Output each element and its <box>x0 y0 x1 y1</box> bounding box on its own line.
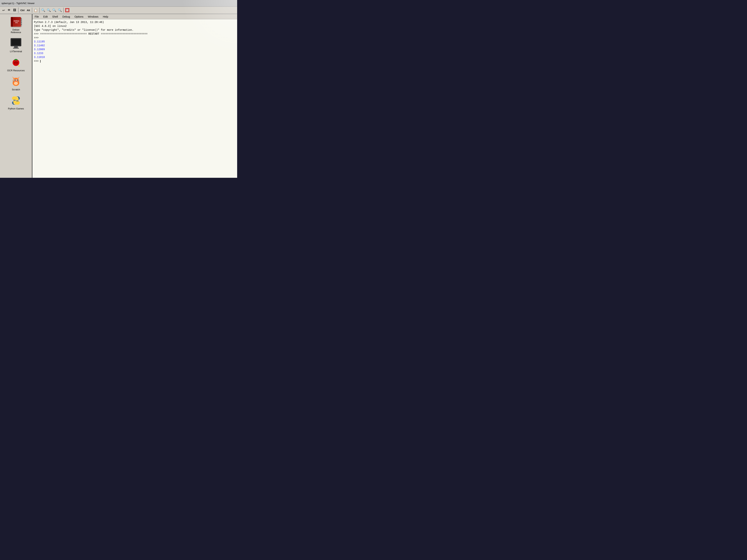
svg-rect-1 <box>66 9 69 11</box>
menu-help[interactable]: Help <box>102 15 109 19</box>
shell-line-output1: 3.11195 <box>34 40 236 44</box>
sidebar-label-python-games: Python Games <box>8 107 24 110</box>
menu-windows[interactable]: Windows <box>87 15 99 19</box>
sidebar-label-lxterminal: LXTerminal <box>10 50 22 53</box>
svg-point-36 <box>14 82 18 85</box>
toolbar-separator-2 <box>32 7 32 13</box>
svg-point-31 <box>16 81 16 81</box>
scratch-cat-icon <box>10 76 22 87</box>
svg-point-10 <box>14 63 16 64</box>
svg-point-11 <box>16 63 18 64</box>
shell-window: File Edit Shell Debug Options Windows He… <box>32 14 237 178</box>
shell-line-3: Type "copyright", "credits" or "license(… <box>34 28 236 32</box>
menu-debug[interactable]: Debug <box>62 15 71 19</box>
toolbar-zoom-out-icon[interactable]: 🔍- <box>46 8 51 12</box>
shell-line-2: [GCC 4.6.3] on linux2 <box>34 24 236 28</box>
sidebar-item-scratch[interactable]: Scratch <box>10 76 22 91</box>
menu-edit[interactable]: Edit <box>43 15 49 19</box>
sidebar-item-debian[interactable]: Debian GNU Debian Reference <box>10 16 22 34</box>
svg-point-29 <box>15 80 15 80</box>
toolbar-back-icon[interactable]: ↩ <box>1 8 6 12</box>
sidebar-item-python-games[interactable]: Python Games <box>8 95 24 110</box>
svg-point-30 <box>18 80 18 80</box>
svg-point-28 <box>17 79 18 81</box>
toolbar-separator-3 <box>39 7 40 13</box>
python-games-icon <box>10 95 22 106</box>
shell-line-output3: 3.12009 <box>34 48 236 52</box>
toolbar: ↩ 👁 🖼 Ctrl Alt 📋 🔍 🔍- 🔍 🔍 <box>0 7 237 14</box>
svg-point-39 <box>18 98 18 98</box>
menu-options[interactable]: Options <box>74 15 84 19</box>
svg-point-17 <box>17 61 17 62</box>
title-bar-text: spberrypi:1) - TightVNC Viewer <box>1 2 35 5</box>
ocr-raspberry-icon: ★ <box>10 56 22 68</box>
shell-content[interactable]: Python 2.7.3 (default, Jan 13 2013, 11:2… <box>32 19 237 178</box>
toolbar-screenshot-icon[interactable]: 🖼 <box>12 8 17 12</box>
debian-reference-icon: Debian GNU <box>10 16 22 28</box>
sidebar-item-ocr[interactable]: ★ OCR Resources <box>7 56 25 72</box>
shell-line-output5: 3.11818 <box>34 55 236 59</box>
toolbar-zoom-in-icon[interactable]: 🔍 <box>41 8 46 12</box>
menu-bar: File Edit Shell Debug Options Windows He… <box>32 14 237 19</box>
toolbar-eye-icon[interactable]: 👁 <box>7 8 11 12</box>
shell-cursor <box>40 60 41 62</box>
menu-shell[interactable]: Shell <box>52 15 59 19</box>
toolbar-clipboard-icon[interactable]: 📋 <box>33 8 38 12</box>
toolbar-zoom-custom-icon[interactable]: 🔍 <box>52 8 57 12</box>
main-area: Debian GNU Debian Reference <box>0 14 237 178</box>
menu-file[interactable]: File <box>34 15 40 19</box>
toolbar-alt-label[interactable]: Alt <box>26 8 31 12</box>
svg-point-8 <box>15 62 17 63</box>
shell-line-output2: 3.11402 <box>34 44 236 48</box>
sidebar-label-scratch: Scratch <box>12 88 20 91</box>
title-bar: spberrypi:1) - TightVNC Viewer <box>0 0 237 7</box>
shell-line-restart: >>> ============================== RESTA… <box>34 32 236 36</box>
sidebar-label-debian: Debian Reference <box>11 28 21 34</box>
svg-point-15 <box>15 61 15 62</box>
lxterminal-icon <box>10 37 22 49</box>
svg-text:★: ★ <box>18 64 20 67</box>
svg-point-40 <box>15 103 15 104</box>
toolbar-zoom-fit-icon[interactable]: 🔍 <box>57 8 62 12</box>
svg-point-16 <box>16 61 16 61</box>
toolbar-separator-1 <box>18 7 19 13</box>
sidebar-item-lxterminal[interactable]: LXTerminal <box>10 37 22 53</box>
toolbar-separator-4 <box>63 7 64 13</box>
shell-line-prompt2: >>> <box>34 59 236 63</box>
shell-line-prompt1: >>> <box>34 36 236 40</box>
toolbar-ctrl-label[interactable]: Ctrl <box>20 8 25 12</box>
shell-line-output4: 3.1233 <box>34 52 236 55</box>
toolbar-fullscreen-icon[interactable] <box>65 8 70 12</box>
sidebar-label-ocr: OCR Resources <box>7 69 25 72</box>
sidebar: Debian GNU Debian Reference <box>0 14 32 178</box>
shell-line-1: Python 2.7.3 (default, Jan 13 2013, 11:2… <box>34 20 236 24</box>
svg-point-27 <box>14 79 16 81</box>
